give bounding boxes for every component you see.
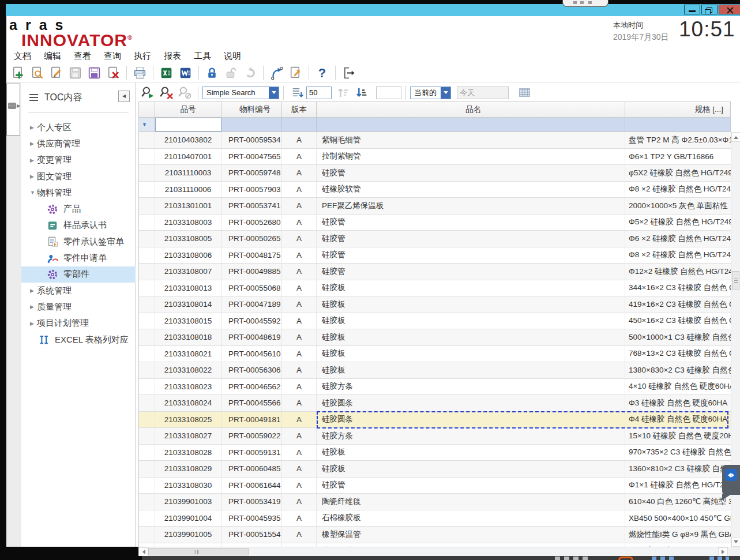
cell-spec[interactable]: 768×13×2 C3 硅橡胶 自然色 G xyxy=(625,346,731,362)
cell-item-no[interactable]: 21033108003 xyxy=(155,215,221,231)
filter-cell-item-name[interactable] xyxy=(317,118,625,131)
header-cell-part-number[interactable]: 物料编号 xyxy=(221,102,282,117)
search-mode-dropdown[interactable]: Simple Search xyxy=(202,87,279,99)
cell-spec[interactable]: Φ12×2 硅橡胶 自然色 HG/T249 xyxy=(625,264,731,280)
cell-item-name[interactable]: 硅胶管 xyxy=(317,215,625,231)
cell-revision[interactable]: A xyxy=(282,247,317,264)
menu-item-7[interactable]: 工具 xyxy=(187,50,217,63)
cell-row-handle[interactable] xyxy=(139,329,155,345)
restore-button[interactable] xyxy=(701,5,718,14)
cell-part-number[interactable]: PRT-00049181 xyxy=(221,412,282,428)
filter-dropdown-cell[interactable]: ▼ xyxy=(139,118,155,131)
cell-row-handle[interactable] xyxy=(139,198,155,214)
cell-item-name[interactable]: 硅胶管 xyxy=(317,165,625,181)
range-dropdown[interactable]: 当前的 xyxy=(410,87,451,99)
cell-spec[interactable]: Φ6 ×2 硅橡胶 自然色 HG/T249 xyxy=(625,231,731,247)
cell-revision[interactable]: A xyxy=(282,362,317,378)
cell-item-no[interactable]: 21031110003 xyxy=(155,165,221,181)
cell-item-no[interactable]: 21033108025 xyxy=(155,412,221,428)
cell-spec[interactable]: 344×16×2 C3 硅橡胶 自然色 G xyxy=(625,280,731,296)
table-row[interactable]: 21031110006PRT-00057903A硅橡胶软管Φ8 ×2 硅橡胶 自… xyxy=(139,182,731,198)
table-row[interactable]: 21033108007PRT-00049885A硅胶管Φ12×2 硅橡胶 自然色… xyxy=(139,264,731,280)
cell-revision[interactable]: A xyxy=(282,395,317,411)
cell-row-handle[interactable] xyxy=(139,296,155,313)
cell-revision[interactable]: A xyxy=(282,510,317,527)
cell-part-number[interactable]: PRT-00048175 xyxy=(221,247,282,264)
cell-revision[interactable]: A xyxy=(282,494,317,510)
grid-columns-icon[interactable] xyxy=(517,85,532,100)
dropdown-button[interactable] xyxy=(269,87,279,99)
cell-item-no[interactable]: 21033108006 xyxy=(155,247,221,264)
expand-right-icon[interactable]: ▶ xyxy=(17,103,20,108)
page-jump-input[interactable] xyxy=(376,87,401,99)
cell-part-number[interactable]: PRT-00053741 xyxy=(221,198,282,214)
table-row[interactable]: 21033108028PRT-00059131A硅胶板970×735×2 C3 … xyxy=(139,445,731,461)
promote-icon[interactable] xyxy=(288,65,303,81)
cell-item-no[interactable]: 21010403802 xyxy=(155,132,221,148)
cell-revision[interactable]: A xyxy=(282,461,317,477)
cell-part-number[interactable]: PRT-00061644 xyxy=(221,478,282,494)
cell-item-name[interactable]: 陶瓷纤维毯 xyxy=(317,494,625,510)
cell-item-name[interactable]: 硅胶方条 xyxy=(317,379,625,395)
cell-item-no[interactable]: 21033108013 xyxy=(155,280,221,296)
cell-item-no[interactable]: 21010407001 xyxy=(155,149,221,165)
cell-row-handle[interactable] xyxy=(139,247,155,264)
cell-revision[interactable]: A xyxy=(282,280,317,296)
cell-item-name[interactable]: 拉制紫铜管 xyxy=(317,149,625,165)
lock-icon[interactable] xyxy=(204,65,220,81)
cell-item-name[interactable]: 硅胶板 xyxy=(317,313,625,329)
undo-icon[interactable] xyxy=(242,65,258,81)
cell-spec[interactable]: XB450 500×400×10 450℃ GB/ xyxy=(625,510,731,527)
table-row[interactable]: 21031301001PRT-00053741APEF聚乙烯保温板2000×10… xyxy=(139,198,731,215)
cell-item-no[interactable]: 21031110006 xyxy=(155,182,221,198)
sidebar-item-6[interactable]: 产品 xyxy=(21,201,136,217)
table-row[interactable]: 21010403802PRT-00059534A紫铜毛细管盘管 TP2 M 高 … xyxy=(139,132,731,149)
cell-spec[interactable]: Φ8 ×2 硅橡胶 自然色 HG/T249 xyxy=(625,247,731,264)
saved-search-icon[interactable] xyxy=(177,85,192,100)
clear-search-icon[interactable] xyxy=(159,85,174,100)
cell-revision[interactable]: A xyxy=(282,379,317,395)
header-cell-handle[interactable] xyxy=(139,102,155,117)
cell-revision[interactable]: A xyxy=(282,165,317,181)
header-cell-revision[interactable]: 版本 xyxy=(282,102,317,117)
filter-input-item-no[interactable] xyxy=(155,118,221,131)
cell-row-handle[interactable] xyxy=(139,395,155,411)
cell-spec[interactable]: φ5X2 硅橡胶 自然色 HG/T2491 xyxy=(625,165,731,181)
scroll-down-button[interactable] xyxy=(731,537,740,547)
scroll-right-button[interactable] xyxy=(718,547,728,557)
cell-row-handle[interactable] xyxy=(139,132,155,148)
table-row[interactable]: 21033108030PRT-00061644A硅胶管Φ1×1 硅橡胶 自然色 … xyxy=(139,478,731,494)
cell-item-no[interactable]: 21039901004 xyxy=(155,510,221,527)
hamburger-icon[interactable] xyxy=(29,94,38,101)
cell-item-no[interactable]: 21033108005 xyxy=(155,231,221,247)
delete-item-icon[interactable] xyxy=(106,65,121,81)
scroll-left-button[interactable] xyxy=(138,547,148,557)
cell-row-handle[interactable] xyxy=(139,428,155,444)
scroll-up-button[interactable] xyxy=(731,132,740,142)
cell-item-name[interactable]: 硅胶管 xyxy=(317,264,625,280)
run-search-icon[interactable] xyxy=(140,85,155,100)
cell-part-number[interactable]: PRT-00059022 xyxy=(221,428,282,444)
header-cell-item-no[interactable]: 品号 xyxy=(155,102,221,117)
cell-spec[interactable]: 4×10 硅橡胶 自然色 硬度60HA xyxy=(625,379,731,395)
cell-part-number[interactable]: PRT-00048619 xyxy=(221,329,282,345)
cell-part-number[interactable]: PRT-00045935 xyxy=(221,510,282,527)
filter-cell-part-number[interactable] xyxy=(221,118,282,131)
cell-spec[interactable]: 燃烧性能I类 G φ8×9 黑色 GB/T xyxy=(625,527,731,543)
cell-item-no[interactable]: 21039901003 xyxy=(155,494,221,510)
cell-row-handle[interactable] xyxy=(139,510,155,527)
cell-row-handle[interactable] xyxy=(139,445,155,461)
cell-item-no[interactable]: 21033108007 xyxy=(155,264,221,280)
table-row[interactable]: 21033108021PRT-00045610A硅胶板768×13×2 C3 硅… xyxy=(139,346,731,363)
cell-spec[interactable]: Φ3 硅橡胶 自然色 硬度60HA xyxy=(625,395,731,411)
cell-part-number[interactable]: PRT-00060485 xyxy=(221,461,282,477)
cell-spec[interactable]: 盘管 TP2 M 高 Φ2.5±0.03×Φ1. xyxy=(625,132,731,148)
sidebar-item-11[interactable]: ▶系统管理 xyxy=(21,283,136,299)
table-row[interactable]: 21033108027PRT-00059022A硅胶方条15×10 硅橡胶 自然… xyxy=(139,428,731,445)
close-button[interactable] xyxy=(719,5,740,14)
cell-spec[interactable]: Φ1×1 硅橡胶 自然色 HG/T249 xyxy=(625,478,731,494)
cell-part-number[interactable]: PRT-00059534 xyxy=(221,132,282,148)
filter-cell-revision[interactable] xyxy=(282,118,317,131)
cell-item-name[interactable]: 紫铜毛细管 xyxy=(317,132,625,148)
cell-part-number[interactable]: PRT-00049885 xyxy=(221,264,282,280)
